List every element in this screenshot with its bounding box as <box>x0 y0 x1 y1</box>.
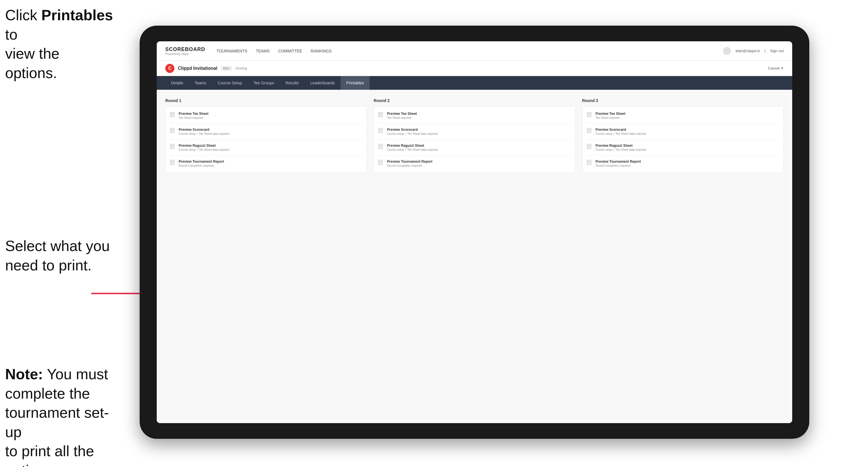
print-subtitle: Tee Sheet required <box>387 116 417 119</box>
print-text-2: Preview Raguzzi Sheet Course setup + Tee… <box>596 144 646 151</box>
print-item-r2-3[interactable]: Preview Raguzzi Sheet Course setup + Tee… <box>378 144 570 151</box>
divider <box>587 155 779 156</box>
svg-rect-48 <box>587 160 591 165</box>
svg-rect-20 <box>379 112 382 117</box>
print-item-r2-2[interactable]: Preview Scorecard Course setup + Tee She… <box>378 128 570 135</box>
document-icon <box>170 160 176 167</box>
scoreboard-brand: SCOREBOARD Powered by clippd <box>165 46 205 56</box>
sign-out-link[interactable]: Sign out <box>770 49 784 53</box>
document-icon <box>378 128 384 135</box>
divider <box>170 155 362 156</box>
round-column-2: Round 2 Preview Tee Sheet Tee Sheet requ… <box>374 98 575 173</box>
print-item-r1-1[interactable]: Preview Tee Sheet Tee Sheet required <box>170 112 362 119</box>
print-item-r1-3[interactable]: Preview Raguzzi Sheet Course setup + Tee… <box>170 144 362 151</box>
top-nav-left: SCOREBOARD Powered by clippd TOURNAMENTS… <box>165 46 332 56</box>
divider <box>170 123 362 124</box>
user-email: blair@clippd.io <box>736 49 760 53</box>
round-column-3: Round 3 Preview Tee Sheet Tee Sheet requ… <box>582 98 784 173</box>
annotation-bottom: Note: You mustcomplete thetournament set… <box>5 365 119 467</box>
print-text-0: Preview Tee Sheet Tee Sheet required <box>179 112 209 119</box>
print-text-2: Preview Raguzzi Sheet Course setup + Tee… <box>387 144 437 151</box>
print-item-r3-3[interactable]: Preview Raguzzi Sheet Course setup + Tee… <box>587 144 779 151</box>
nav-rankings[interactable]: RANKINGS <box>311 48 332 55</box>
print-item-r3-2[interactable]: Preview Scorecard Course setup + Tee She… <box>587 128 779 135</box>
svg-rect-36 <box>587 112 591 117</box>
print-item-r2-1[interactable]: Preview Tee Sheet Tee Sheet required <box>378 112 570 119</box>
annotation-top: Click Printables toview the options. <box>5 6 114 83</box>
nav-separator: | <box>765 49 766 53</box>
tab-course-setup[interactable]: Course Setup <box>212 76 248 90</box>
print-item-r3-4[interactable]: Preview Tournament Report Round Completi… <box>587 160 779 167</box>
print-title: Preview Scorecard <box>596 128 646 132</box>
document-icon <box>170 128 176 135</box>
tab-printables[interactable]: Printables <box>341 76 370 90</box>
round-header-3: Round 3 <box>582 98 784 103</box>
document-icon <box>587 112 593 119</box>
document-icon <box>378 144 384 151</box>
print-subtitle: Round Completion required <box>387 164 432 167</box>
print-subtitle: Tee Sheet required <box>179 116 209 119</box>
print-text-3: Preview Tournament Report Round Completi… <box>179 160 224 167</box>
round-card-2: Preview Tee Sheet Tee Sheet required Pre… <box>374 106 575 173</box>
svg-rect-4 <box>170 112 174 117</box>
document-icon <box>587 160 593 167</box>
annotation-middle: Select what youneed to print. <box>5 237 114 275</box>
round-card-1: Preview Tee Sheet Tee Sheet required Pre… <box>165 106 367 173</box>
print-item-r2-4[interactable]: Preview Tournament Report Round Completi… <box>378 160 570 167</box>
tournament-name: Clippd Invitational <box>178 66 217 71</box>
divider <box>587 123 779 124</box>
print-subtitle: Course setup + Tee Sheet data required <box>387 148 437 151</box>
print-text-1: Preview Scorecard Course setup + Tee She… <box>596 128 646 135</box>
tournament-logo: C <box>165 64 175 73</box>
rounds-grid: Round 1 Preview Tee Sheet Tee Sheet requ… <box>165 98 784 173</box>
print-text-1: Preview Scorecard Course setup + Tee She… <box>387 128 437 135</box>
printables-bold: Printables <box>41 7 113 23</box>
document-icon <box>378 112 384 119</box>
print-title: Preview Raguzzi Sheet <box>387 144 437 148</box>
nav-tournaments[interactable]: TOURNAMENTS <box>217 48 247 55</box>
tab-results[interactable]: Results <box>280 76 305 90</box>
document-icon <box>170 144 176 151</box>
brand-title: SCOREBOARD <box>165 46 205 53</box>
print-item-r3-1[interactable]: Preview Tee Sheet Tee Sheet required <box>587 112 779 119</box>
sub-nav: Details Teams Course Setup Tee Groups Re… <box>157 76 792 90</box>
document-icon <box>587 128 593 135</box>
print-title: Preview Raguzzi Sheet <box>596 144 646 148</box>
round-header-1: Round 1 <box>165 98 367 103</box>
tab-tee-groups[interactable]: Tee Groups <box>248 76 280 90</box>
print-title: Preview Tee Sheet <box>387 112 417 116</box>
print-text-3: Preview Tournament Report Round Completi… <box>596 160 641 167</box>
note-bold: Note: <box>5 366 43 382</box>
divider <box>378 155 570 156</box>
round-header-2: Round 2 <box>374 98 575 103</box>
print-title: Preview Scorecard <box>179 128 229 132</box>
print-text-0: Preview Tee Sheet Tee Sheet required <box>596 112 625 119</box>
cancel-button[interactable]: Cancel ✕ <box>768 66 784 70</box>
print-subtitle: Round Completion required <box>179 164 224 167</box>
print-text-1: Preview Scorecard Course setup + Tee She… <box>179 128 229 135</box>
nav-committee[interactable]: COMMITTEE <box>278 48 302 55</box>
print-title: Preview Tee Sheet <box>596 112 625 116</box>
round-column-1: Round 1 Preview Tee Sheet Tee Sheet requ… <box>165 98 367 173</box>
tournament-status: Hosting <box>236 66 247 70</box>
print-subtitle: Course setup + Tee Sheet data required <box>387 132 437 135</box>
svg-rect-8 <box>170 128 174 133</box>
print-title: Preview Scorecard <box>387 128 437 132</box>
print-subtitle: Round Completion required <box>596 164 641 167</box>
tab-teams[interactable]: Teams <box>189 76 212 90</box>
print-title: Preview Tournament Report <box>387 160 432 163</box>
document-icon <box>170 112 176 119</box>
tournament-badge: Men <box>221 66 232 71</box>
print-item-r1-2[interactable]: Preview Scorecard Course setup + Tee She… <box>170 128 362 135</box>
document-icon <box>587 144 593 151</box>
tab-leaderboards[interactable]: Leaderboards <box>305 76 341 90</box>
print-title: Preview Raguzzi Sheet <box>179 144 229 148</box>
print-item-r1-4[interactable]: Preview Tournament Report Round Completi… <box>170 160 362 167</box>
tab-details[interactable]: Details <box>165 76 189 90</box>
print-text-3: Preview Tournament Report Round Completi… <box>387 160 432 167</box>
top-nav-items: TOURNAMENTS TEAMS COMMITTEE RANKINGS <box>217 48 332 55</box>
print-subtitle: Course setup + Tee Sheet data required <box>179 132 229 135</box>
svg-rect-40 <box>587 128 591 133</box>
print-title: Preview Tournament Report <box>596 160 641 163</box>
nav-teams[interactable]: TEAMS <box>256 48 270 55</box>
